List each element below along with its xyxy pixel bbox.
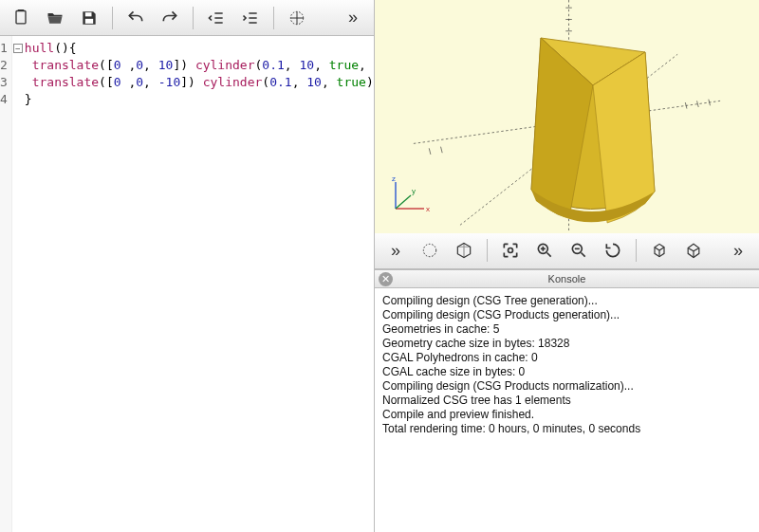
orientation-gizmo: x y z: [384, 173, 432, 222]
render-mode-button[interactable]: [449, 237, 479, 264]
new-button[interactable]: [6, 5, 36, 31]
code-line[interactable]: hull(){: [25, 40, 374, 57]
view-toolbar: » »: [375, 233, 759, 269]
console-header: ✕ Konsole: [375, 269, 759, 288]
axis-x-label: x: [426, 205, 430, 213]
save-button[interactable]: [74, 5, 104, 31]
preview-button[interactable]: [282, 5, 312, 31]
console-title: Konsole: [548, 273, 586, 284]
fold-gutter: −: [12, 36, 23, 532]
svg-line-19: [396, 195, 411, 209]
perspective-button[interactable]: [678, 237, 709, 264]
line-number: 2: [0, 57, 8, 74]
svg-line-27: [582, 253, 585, 257]
line-number: 1: [0, 40, 8, 57]
code-line[interactable]: }: [25, 91, 374, 108]
fold-toggle-icon[interactable]: −: [13, 44, 23, 53]
view-toolbar-more-right-button[interactable]: »: [723, 237, 753, 264]
console-line: Geometries in cache: 5: [382, 322, 751, 337]
svg-point-21: [509, 248, 513, 253]
undo-button[interactable]: [120, 5, 151, 31]
console-output[interactable]: Compiling design (CSG Tree generation)..…: [375, 288, 759, 533]
code-area[interactable]: hull(){ translate([0 ,0, 10]) cylinder(0…: [23, 36, 374, 532]
console-line: Normalized CSG tree has 1 elements: [382, 394, 751, 408]
line-number: 3: [0, 74, 8, 91]
reset-view-button[interactable]: [598, 237, 628, 264]
view-toolbar-more-left-button[interactable]: »: [380, 237, 411, 264]
preview-mode-button[interactable]: [415, 237, 445, 264]
code-line[interactable]: translate([0 ,0, -10]) cylinder(0.1, 10,…: [25, 74, 374, 91]
unindent-button[interactable]: [201, 5, 231, 31]
code-line[interactable]: translate([0 ,0, 10]) cylinder(0.1, 10, …: [25, 57, 374, 74]
line-number-gutter: 1234: [0, 36, 12, 532]
ortho-button[interactable]: [644, 237, 675, 264]
svg-line-15: [429, 148, 431, 155]
right-panel: x y z » » ✕ Konsole Compiling design (CS…: [375, 0, 759, 532]
editor-panel: » 1234 − hull(){ translate([0 ,0, 10]) c…: [0, 0, 375, 532]
console-line: Total rendering time: 0 hours, 0 minutes…: [382, 422, 751, 436]
redo-button[interactable]: [155, 5, 185, 31]
svg-rect-1: [85, 12, 92, 16]
console-line: Geometry cache size in bytes: 18328: [382, 337, 751, 351]
code-editor[interactable]: 1234 − hull(){ translate([0 ,0, 10]) cyl…: [0, 36, 374, 532]
console-line: CGAL Polyhedrons in cache: 0: [382, 351, 751, 365]
axis-y-label: y: [412, 187, 416, 195]
view-all-button[interactable]: [495, 237, 526, 264]
indent-button[interactable]: [235, 5, 266, 31]
svg-rect-0: [16, 10, 26, 23]
console-close-button[interactable]: ✕: [379, 272, 393, 286]
console-line: Compiling design (CSG Products generatio…: [382, 308, 751, 322]
zoom-out-button[interactable]: [564, 237, 594, 264]
open-button[interactable]: [40, 5, 70, 31]
editor-toolbar-more-button[interactable]: »: [338, 5, 368, 31]
svg-line-23: [547, 253, 551, 257]
rendered-model: [503, 28, 674, 233]
console-line: Compile and preview finished.: [382, 408, 751, 422]
editor-toolbar: »: [0, 0, 374, 36]
line-number: 4: [0, 91, 8, 108]
svg-point-20: [423, 244, 435, 256]
svg-line-14: [441, 147, 443, 154]
console-line: Compiling design (CSG Tree generation)..…: [382, 294, 751, 308]
3d-viewport[interactable]: x y z: [375, 0, 759, 233]
axis-z-label: z: [392, 174, 396, 183]
console-line: CGAL cache size in bytes: 0: [382, 365, 751, 379]
svg-rect-2: [85, 18, 93, 23]
console-line: Compiling design (CSG Products normaliza…: [382, 379, 751, 394]
zoom-in-button[interactable]: [529, 237, 560, 264]
